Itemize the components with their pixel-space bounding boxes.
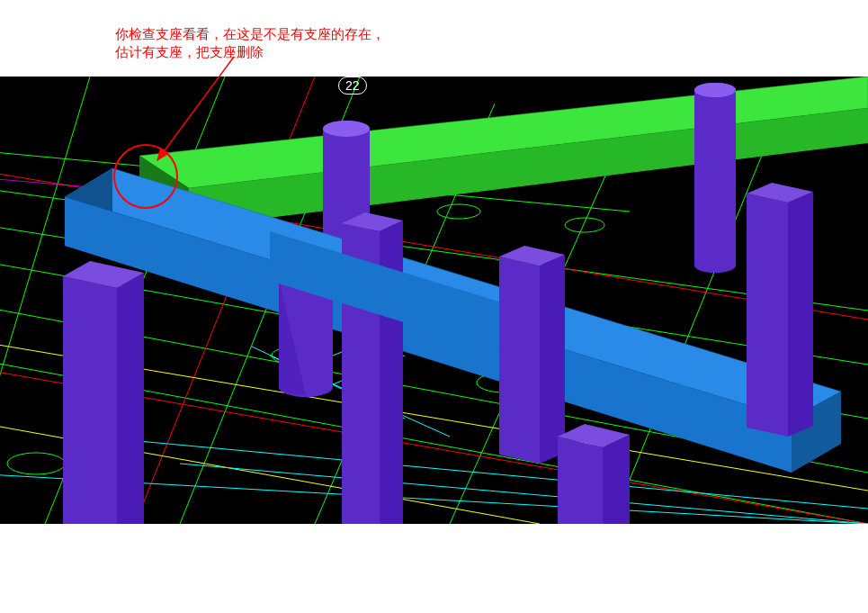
purple-column-square-1[interactable] (63, 261, 144, 524)
svg-marker-23 (558, 437, 603, 524)
svg-marker-27 (788, 192, 813, 437)
cad-3d-viewport[interactable]: 22 (0, 77, 868, 524)
cad-render-canvas (0, 77, 868, 524)
column-footprint (437, 204, 480, 219)
purple-column-cylinder-2[interactable] (694, 83, 736, 273)
svg-marker-12 (63, 276, 117, 524)
column-footprint (565, 218, 604, 232)
purple-column-square-4[interactable] (558, 424, 630, 524)
purple-column-square-3[interactable] (499, 246, 565, 464)
column-footprint (7, 453, 65, 474)
svg-marker-20 (499, 257, 540, 464)
svg-marker-24 (603, 435, 630, 524)
svg-marker-13 (117, 273, 144, 524)
node-label-22: 22 (338, 77, 367, 95)
svg-marker-16 (380, 221, 403, 524)
svg-marker-26 (747, 194, 788, 437)
annotation-text: 你检查支座看看，在这是不是有支座的存在， 估计有支座，把支座删除 (115, 25, 385, 60)
purple-column-square-5[interactable] (747, 183, 813, 437)
svg-point-7 (694, 83, 736, 97)
svg-marker-21 (540, 255, 565, 464)
svg-point-5 (323, 121, 370, 137)
construction-line-cyan (180, 464, 868, 524)
